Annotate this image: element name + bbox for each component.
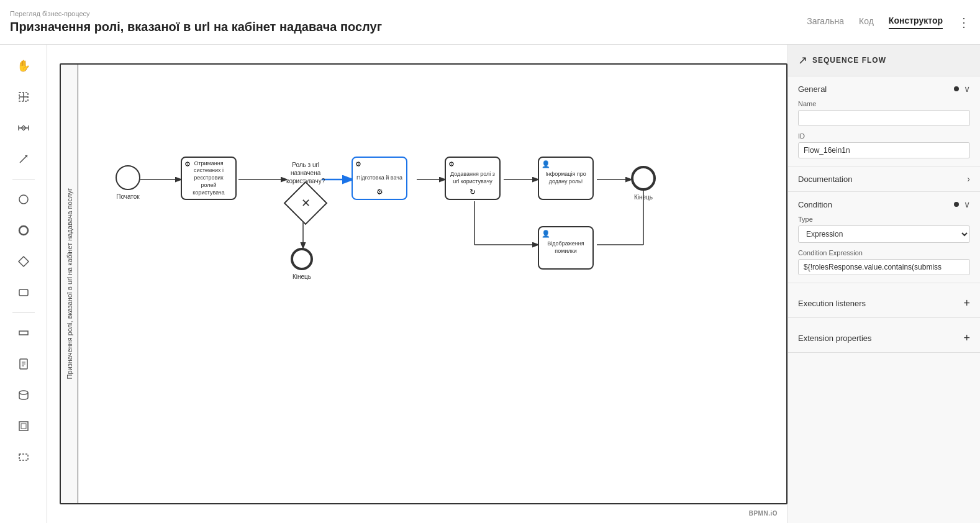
general-dot [954,86,959,91]
id-input[interactable] [798,142,970,158]
id-label: ID [798,132,970,140]
task-prepare-icon: ⚙ [355,160,364,169]
shape-none-tool[interactable] [10,186,37,213]
lasso-tool[interactable] [10,83,37,111]
shape-doc-tool[interactable] [10,350,37,378]
documentation-section-header[interactable]: Documentation › [798,174,970,184]
documentation-controls: › [967,174,970,184]
connect-tool[interactable] [10,145,37,173]
documentation-chevron: › [967,174,970,184]
svg-rect-21 [19,454,28,460]
header-title: Призначення ролі, вказаної в url на кабі… [10,20,382,34]
svg-point-9 [19,195,28,204]
shape-rect-tool[interactable] [10,279,37,306]
gateway-node[interactable]: Роль з urlназначенакористувачу? ✕ [286,161,325,219]
name-label: Name [798,100,970,107]
condition-section-title: Condition [798,200,832,209]
header-subtitle: Перегляд бізнес-процесу [10,10,382,17]
hand-tool[interactable]: ✋ [10,52,37,80]
shape-group-tool[interactable] [10,412,37,440]
canvas-area[interactable]: Призначення ролі, вказаної в url на кабі… [47,45,787,523]
task-add-role-box: ⚙ Додавання ролі з url користувачу ↻ [445,157,501,200]
task-info-box: 👤 Інформація про додану роль! [538,157,594,200]
general-section-header[interactable]: General ∨ [798,84,970,94]
condition-expression-field: Condition Expression [798,249,970,275]
task-get-roles[interactable]: ⚙ Отримання системних і реєстрових ролей… [181,157,237,200]
extension-properties-row: Extension properties + [798,332,970,345]
start-event-label: Початок [116,193,140,201]
panel-section-execution-listeners: Execution listeners + [788,283,980,318]
toolbar: ✋ [0,45,47,523]
svg-rect-12 [19,289,28,296]
svg-point-18 [19,391,28,394]
end-event-2-label: Кінець [293,273,311,281]
task-add-role[interactable]: ⚙ Додавання ролі з url користувачу ↻ [445,157,501,200]
extension-properties-add-btn[interactable]: + [963,332,970,345]
more-icon[interactable]: ⋮ [958,15,970,30]
execution-listeners-row: Execution listeners + [798,297,970,310]
task-prepare-text: Підготовка й вача [356,175,402,182]
name-field: Name [798,100,970,126]
tab-constructor[interactable]: Конструктор [889,16,943,29]
end-event-2[interactable]: Кінець [291,248,313,281]
shape-diamond-tool[interactable] [10,248,37,275]
condition-chevron: ∨ [964,199,970,209]
panel-section-extension-properties: Extension properties + [788,318,980,353]
header: Перегляд бізнес-процесу Призначення ролі… [0,0,980,45]
execution-listeners-add-btn[interactable]: + [963,297,970,310]
start-event[interactable]: Початок [116,165,140,201]
panel-section-condition: Condition ∨ Type Expression Default None… [788,192,980,283]
gateway-wrap: ✕ [290,188,321,219]
svg-rect-13 [19,331,28,335]
gateway-shape: ✕ [284,181,328,225]
pool-label-text: Призначення ролі, вказаної в url на кабі… [66,188,73,380]
shape-dashed-tool[interactable] [10,443,37,471]
canvas-inner: Призначення ролі, вказаної в url на кабі… [47,45,787,523]
task-prepare-sub-icon: ⚙ [376,188,383,196]
task-add-role-icon: ⚙ [448,160,457,169]
id-field: ID [798,132,970,158]
header-tabs: Загальна Код Конструктор ⋮ [807,15,970,30]
tab-code[interactable]: Код [859,16,874,29]
toolbar-divider-2 [12,312,35,313]
toolbar-divider-1 [12,179,35,180]
condition-controls: ∨ [954,199,970,209]
svg-rect-19 [19,422,28,430]
task-info-icon: 👤 [542,160,550,169]
svg-marker-11 [19,257,29,266]
condition-dot [954,202,959,207]
shape-data-tool[interactable] [10,319,37,347]
header-left: Перегляд бізнес-процесу Призначення ролі… [10,10,382,34]
end-event-main[interactable]: Кінець [631,166,656,201]
task-error[interactable]: 👤 Відображення помилки [538,226,594,270]
panel-header: ↗ SEQUENCE FLOW [788,45,980,76]
type-field: Type Expression Default None [798,216,970,243]
task-get-roles-box: ⚙ Отримання системних і реєстрових ролей… [181,157,237,200]
task-info[interactable]: 👤 Інформація про додану роль! [538,157,594,200]
task-error-icon: 👤 [542,230,550,239]
task-add-role-text: Додавання ролі з url користувачу [450,171,496,185]
shape-circle-tool[interactable] [10,217,37,244]
right-panel: ↗ SEQUENCE FLOW General ∨ Name ID [787,45,980,523]
condition-expression-input[interactable] [798,259,970,275]
end-event-main-circle [631,166,656,191]
space-tool[interactable] [10,114,37,142]
shape-db-tool[interactable] [10,381,37,409]
task-prepare[interactable]: ⚙ Підготовка й вача ⚙ [352,157,407,200]
main-area: ✋ [0,45,980,523]
condition-section-header[interactable]: Condition ∨ [798,199,970,209]
connections-layer [78,65,786,503]
svg-rect-20 [21,424,26,429]
condition-expression-label: Condition Expression [798,249,970,257]
pool: Призначення ролі, вказаної в url на кабі… [60,63,787,504]
task-get-roles-icon: ⚙ [184,160,193,169]
name-input[interactable] [798,110,970,126]
end-event-main-label: Кінець [634,193,653,201]
svg-point-10 [19,226,28,235]
gateway-inner: ✕ [301,196,311,210]
tab-zagalna[interactable]: Загальна [807,16,844,29]
task-prepare-box: ⚙ Підготовка й вача ⚙ [352,157,407,200]
general-chevron: ∨ [964,84,970,94]
type-select[interactable]: Expression Default None [798,225,970,243]
task-error-box: 👤 Відображення помилки [538,226,594,270]
